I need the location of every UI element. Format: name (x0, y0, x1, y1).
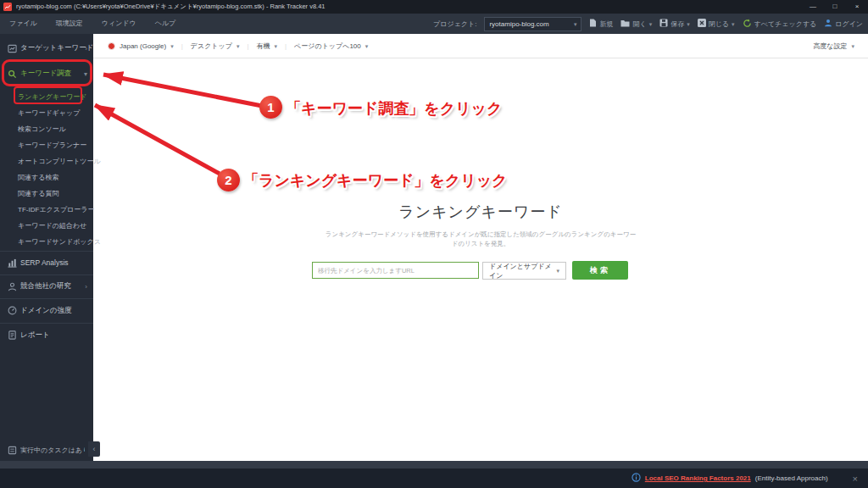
sidebar-collapse-button[interactable]: ‹ (88, 441, 100, 457)
menu-help[interactable]: ヘルプ (146, 14, 186, 34)
login-user-icon (824, 19, 832, 29)
project-value: ryotamipo-blog.com (489, 20, 548, 28)
status-bar: Local SEO Ranking Factors 2021 (Entity-b… (0, 469, 868, 488)
menu-preferences[interactable]: 環境設定 (47, 14, 92, 34)
sidebar-item-domain-strength[interactable]: ドメインの強度 (0, 299, 93, 322)
project-label: プロジェクト: (433, 19, 476, 29)
minimize-button[interactable]: — (802, 0, 824, 14)
close-icon[interactable]: × (853, 474, 858, 484)
chevron-down-icon: ▾ (236, 43, 240, 49)
sidebar-item-keyword-gap[interactable]: キーワードギャップ (0, 105, 93, 121)
task-status[interactable]: 実行中のタスクはあり; (0, 441, 93, 458)
chevron-right-icon: › (85, 283, 87, 291)
japan-flag-icon (108, 42, 115, 50)
advanced-settings[interactable]: 高度な設定 ▾ (813, 42, 854, 51)
tasks-icon (8, 446, 17, 455)
sidebar-item-target-keywords[interactable]: ターゲットキーワード › (0, 39, 93, 58)
device-filter[interactable]: デスクトップ ▾ (191, 42, 240, 51)
separator: | (247, 42, 248, 50)
step1-badge: 1 (259, 96, 282, 119)
save-icon (659, 19, 668, 29)
depth-filter[interactable]: ページのトップへ100 ▾ (294, 42, 368, 51)
step2-text: 「ランキングキーワード」をクリック (243, 170, 507, 191)
check-all-button[interactable]: すべてチェックする (743, 19, 817, 30)
domain-input[interactable] (312, 262, 479, 279)
menu-bar: ファイル 環境設定 ウィンドウ ヘルプ プロジェクト: ryotamipo-bl… (0, 14, 868, 34)
search-icon (8, 69, 17, 79)
info-icon (632, 473, 641, 484)
chevron-down-icon[interactable]: ▾ (649, 21, 653, 27)
close-square-icon (698, 19, 706, 29)
step2-badge: 2 (217, 169, 240, 191)
sidebar-item-tfidf-explorer[interactable]: TF-IDFエクスプローラー (0, 202, 93, 218)
chevron-down-icon: ▾ (556, 268, 559, 274)
open-folder-icon (620, 19, 630, 29)
open-project-button[interactable]: 開く ▾ (620, 19, 652, 29)
sidebar-item-serp-analysis[interactable]: SERP Analysis (0, 252, 93, 274)
status-link[interactable]: Local SEO Ranking Factors 2021 (645, 474, 751, 482)
sidebar-item-search-console[interactable]: 検索コンソール (0, 121, 93, 137)
filter-bar: Japan (Google) ▾ | デスクトップ ▾ | 有機 ▾ | ページ… (93, 34, 868, 58)
sidebar-item-related-searches[interactable]: 関連する検索 (0, 169, 93, 186)
bottom-strip (0, 461, 868, 469)
sidebar: ターゲットキーワード › キーワード調査 ▾ ランキングキーワード キーワードギ… (0, 34, 93, 461)
chevron-down-icon: ▾ (84, 70, 87, 78)
person-icon (8, 282, 17, 291)
maximize-button[interactable]: □ (824, 0, 846, 14)
scope-select[interactable]: ドメインとサブドメイン ▾ (482, 262, 566, 280)
sidebar-item-autocomplete-tools[interactable]: オートコンプリートツール (0, 153, 93, 169)
report-icon (8, 330, 17, 340)
new-file-icon (589, 19, 597, 29)
result-type-filter[interactable]: 有機 ▾ (256, 42, 277, 51)
menu-file[interactable]: ファイル (0, 14, 47, 34)
separator: | (181, 42, 183, 50)
chevron-down-icon: ▾ (574, 21, 577, 27)
sidebar-item-ranking-keywords[interactable]: ランキングキーワード (0, 89, 93, 105)
chevron-down-icon[interactable]: ▾ (732, 21, 735, 27)
project-select[interactable]: ryotamipo-blog.com ▾ (484, 17, 581, 31)
refresh-icon (743, 19, 752, 30)
close-project-button[interactable]: 閉じる ▾ (698, 19, 735, 29)
sidebar-item-keyword-planner[interactable]: キーワードプランナー (0, 137, 93, 153)
window-title: ryotamipo-blog.com (C:¥Users¥ryota¥OneDr… (16, 3, 326, 11)
app-icon (3, 3, 12, 11)
close-window-button[interactable]: × (846, 0, 868, 14)
sidebar-item-keyword-combinations[interactable]: キーワードの組合わせ (0, 218, 93, 234)
chevron-down-icon[interactable]: ▾ (687, 21, 690, 27)
chevron-right-icon: › (85, 45, 87, 53)
menu-window[interactable]: ウィンドウ (92, 14, 146, 34)
sidebar-item-related-questions[interactable]: 関連する質問 (0, 186, 93, 202)
bar-chart-icon (8, 258, 17, 268)
new-project-button[interactable]: 新規 (589, 19, 613, 29)
chevron-down-icon: ▾ (365, 43, 369, 49)
title-bar: ryotamipo-blog.com (C:¥Users¥ryota¥OneDr… (0, 0, 868, 14)
separator: | (285, 42, 287, 50)
chevron-down-icon: ▾ (170, 43, 174, 49)
sidebar-item-reports[interactable]: レポート (0, 324, 93, 347)
line-chart-icon (8, 44, 17, 53)
status-suffix: (Entity-based Approach) (755, 474, 828, 482)
chevron-down-icon: ▾ (274, 43, 277, 49)
chevron-down-icon: ▾ (851, 43, 854, 49)
sidebar-item-competitor-research[interactable]: 競合他社の研究 › (0, 275, 93, 297)
search-button[interactable]: 検索 (572, 261, 628, 280)
login-button[interactable]: ログイン (824, 19, 863, 29)
sidebar-item-keyword-sandbox[interactable]: キーワードサンドボックス (0, 234, 93, 250)
sidebar-item-keyword-research[interactable]: キーワード調査 ▾ (0, 62, 93, 86)
step1-text: 「キーワード調査」をクリック (286, 98, 502, 119)
save-project-button[interactable]: 保存 ▾ (659, 19, 690, 29)
gauge-icon (8, 306, 17, 315)
locale-filter[interactable]: Japan (Google) ▾ (108, 42, 174, 50)
page-title: ランキングキーワード (93, 202, 868, 222)
page-description: ランキングキーワードメソッドを使用するドメインが既に指定した領域のグーグルのラン… (324, 230, 637, 248)
